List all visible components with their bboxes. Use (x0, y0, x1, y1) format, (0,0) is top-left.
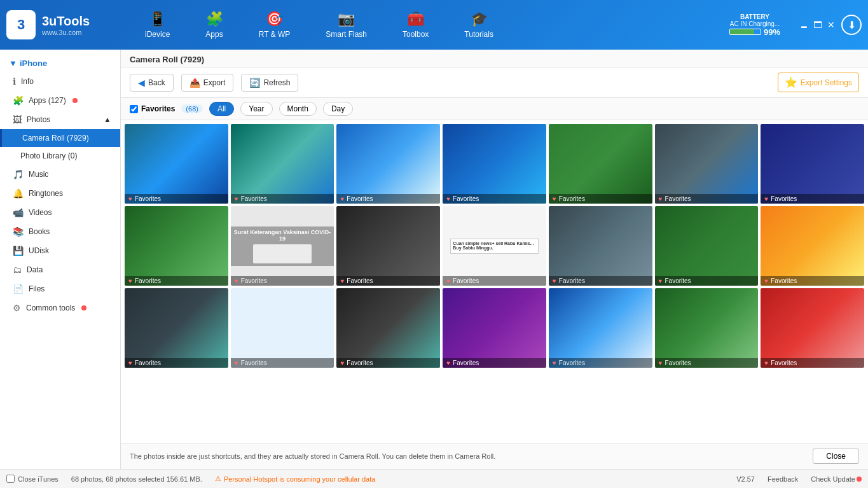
close-itunes-container[interactable]: Close iTunes (6, 475, 59, 483)
export-settings-button[interactable]: ⭐ Export Settings (778, 73, 859, 92)
nav-apps[interactable]: 🧩 Apps (188, 6, 240, 44)
nav-rtwp[interactable]: 🎯 RT & WP (241, 6, 308, 44)
videos-icon: 📹 (13, 207, 24, 218)
filter-all-button[interactable]: All (209, 102, 234, 116)
favorites-checkbox-container[interactable]: Favorites (130, 104, 175, 113)
photo-label-5: ♥ Favorites (549, 194, 652, 204)
check-update-button[interactable]: Check Update (811, 475, 862, 483)
rtwp-icon: 🎯 (266, 11, 283, 27)
export-settings-icon: ⭐ (785, 76, 797, 88)
sidebar-item-data[interactable]: 🗂 Data (0, 260, 120, 279)
smart-flash-icon: 📷 (338, 11, 355, 27)
sidebar-arrow-icon: ▼ (9, 59, 17, 68)
check-update-dot (857, 477, 862, 482)
refresh-icon: 🔄 (249, 78, 260, 88)
maximize-icon[interactable]: 🗖 (813, 20, 822, 30)
nav-tutorials[interactable]: 🎓 Tutorials (446, 6, 511, 44)
photo-cell-8[interactable]: ♥ Favorites (125, 206, 228, 286)
photo-label-17: ♥ Favorites (336, 358, 440, 368)
sidebar-item-camera-roll[interactable]: Camera Roll (7929) (0, 129, 120, 147)
photo-label-14: ♥ Favorites (761, 276, 864, 286)
sidebar-item-photo-library[interactable]: Photo Library (0) (0, 147, 120, 165)
sidebar-item-info[interactable]: ℹ Info (0, 72, 120, 91)
photo-label-13: ♥ Favorites (655, 276, 759, 286)
files-icon: 📄 (13, 284, 24, 294)
photo-label-20: ♥ Favorites (655, 358, 759, 368)
minimize-icon[interactable]: 🗕 (799, 20, 808, 30)
photo-cell-4[interactable]: ♥ Favorites (443, 124, 546, 204)
photos-collapse-icon: ▲ (104, 115, 111, 124)
photo-label-19: ♥ Favorites (549, 358, 652, 368)
sidebar-item-music[interactable]: 🎵 Music (0, 165, 120, 184)
close-window-icon[interactable]: ✕ (827, 20, 835, 30)
nav-toolbox[interactable]: 🧰 Toolbox (385, 6, 446, 44)
back-button[interactable]: ◀ Back (130, 74, 174, 92)
logo-text: 3uTools www.3u.com (42, 14, 90, 36)
hotspot-warning: ⚠ Personal Hotspot is consuming your cel… (215, 475, 375, 483)
sidebar-item-apps[interactable]: 🧩 Apps (127) (0, 91, 120, 110)
photo-cell-7[interactable]: ♥ Favorites (761, 124, 864, 204)
battery-area: BATTERY AC IN Charging... 99% (729, 13, 780, 37)
content-area: Camera Roll (7929) ◀ Back 📤 Export 🔄 Ref… (121, 50, 868, 469)
feedback-button[interactable]: Feedback (768, 475, 798, 483)
nav-idevice[interactable]: 📱 iDevice (127, 6, 188, 44)
sidebar-item-udisk[interactable]: 💾 UDisk (0, 241, 120, 260)
apps-icon: 🧩 (206, 11, 223, 27)
sidebar-item-files[interactable]: 📄 Files (0, 279, 120, 298)
apps-badge (72, 98, 78, 103)
favorites-checkbox[interactable] (130, 105, 138, 113)
export-icon: 📤 (189, 78, 200, 88)
photo-cell-10[interactable]: ♥ Favorites (336, 206, 440, 286)
close-button[interactable]: Close (813, 449, 859, 464)
sidebar-item-photos[interactable]: 🖼 Photos ▲ (0, 110, 120, 129)
nav-items: 📱 iDevice 🧩 Apps 🎯 RT & WP 📷 Smart Flash… (127, 6, 729, 44)
sidebar-item-books[interactable]: 📚 Books (0, 222, 120, 241)
photo-cell-13[interactable]: ♥ Favorites (655, 206, 759, 286)
export-button[interactable]: 📤 Export (181, 74, 234, 92)
photo-count-status: 68 photos, 68 photos selected 156.61 MB. (71, 475, 202, 483)
download-btn[interactable]: ⬇ (841, 15, 862, 35)
photo-cell-21[interactable]: ♥ Favorites (761, 288, 864, 368)
version-label: V2.57 (736, 475, 755, 483)
photo-cell-6[interactable]: ♥ Favorites (655, 124, 759, 204)
photo-grid: ♥ Favorites♥ Favorites♥ Favorites♥ Favor… (121, 120, 868, 443)
photo-cell-16[interactable]: ♥ Favorites (231, 288, 334, 368)
photo-cell-18[interactable]: ♥ Favorites (443, 288, 546, 368)
data-icon: 🗂 (13, 265, 22, 275)
bottom-message-bar: The photos inside are just shortcuts, an… (121, 443, 868, 469)
sidebar: ▼ iPhone ℹ Info 🧩 Apps (127) 🖼 Photos ▲ … (0, 50, 121, 469)
photo-label-2: ♥ Favorites (231, 194, 334, 204)
photo-label-1: ♥ Favorites (125, 194, 228, 204)
filter-bar: Favorites (68) All Year Month Day (121, 98, 868, 120)
photo-cell-14[interactable]: ♥ Favorites (761, 206, 864, 286)
photo-cell-9[interactable]: Surat Keterangan Vaksinasi COVID-19♥ Fav… (231, 206, 334, 286)
tutorials-icon: 🎓 (471, 11, 488, 27)
filter-year-button[interactable]: Year (240, 102, 272, 116)
photo-label-9: ♥ Favorites (231, 276, 334, 286)
photo-cell-3[interactable]: ♥ Favorites (336, 124, 440, 204)
sidebar-item-common-tools[interactable]: ⚙ Common tools (0, 298, 120, 317)
nav-smart-flash[interactable]: 📷 Smart Flash (308, 6, 385, 44)
photo-cell-12[interactable]: ♥ Favorites (549, 206, 652, 286)
photo-label-7: ♥ Favorites (761, 194, 864, 204)
photo-cell-19[interactable]: ♥ Favorites (549, 288, 652, 368)
photo-cell-1[interactable]: ♥ Favorites (125, 124, 228, 204)
photo-cell-17[interactable]: ♥ Favorites (336, 288, 440, 368)
photo-cell-20[interactable]: ♥ Favorites (655, 288, 759, 368)
sidebar-item-ringtones[interactable]: 🔔 Ringtones (0, 184, 120, 203)
idevice-icon: 📱 (149, 11, 166, 27)
photo-cell-2[interactable]: ♥ Favorites (231, 124, 334, 204)
filter-month-button[interactable]: Month (279, 102, 317, 116)
sidebar-item-videos[interactable]: 📹 Videos (0, 203, 120, 222)
filter-day-button[interactable]: Day (323, 102, 353, 116)
common-tools-icon: ⚙ (13, 303, 21, 313)
toolbar: ◀ Back 📤 Export 🔄 Refresh ⭐ Export Setti… (121, 67, 868, 98)
toolbox-icon: 🧰 (407, 11, 424, 27)
sidebar-device-label[interactable]: ▼ iPhone (0, 55, 120, 72)
photo-cell-5[interactable]: ♥ Favorites (549, 124, 652, 204)
refresh-button[interactable]: 🔄 Refresh (241, 74, 298, 92)
photo-cell-15[interactable]: ♥ Favorites (125, 288, 228, 368)
photo-cell-11[interactable]: Cuan simple news+ sell Rabu Kamis... Buy… (443, 206, 546, 286)
close-itunes-checkbox[interactable] (6, 475, 15, 483)
logo-icon: 3 (6, 10, 36, 39)
